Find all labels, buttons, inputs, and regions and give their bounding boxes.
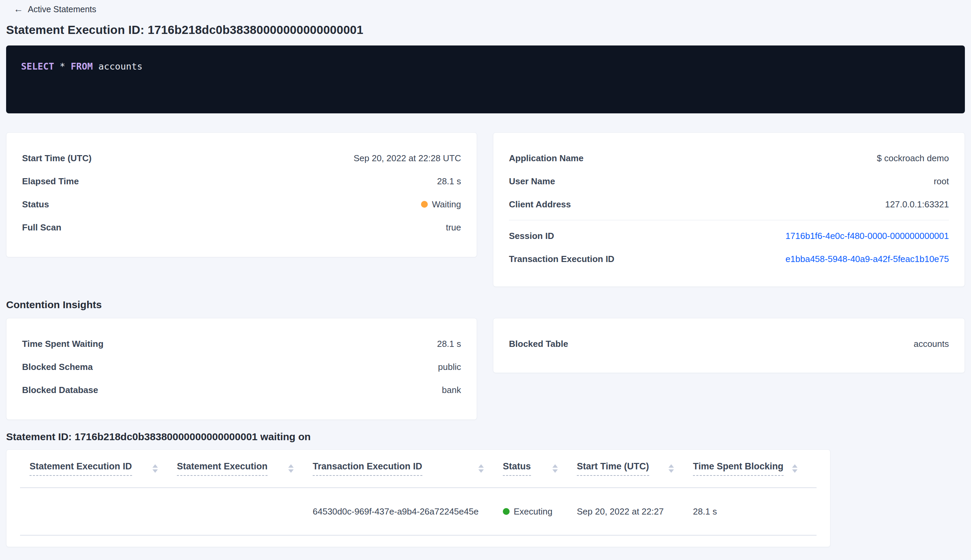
full-scan-label: Full Scan [22, 222, 62, 233]
page-title: Statement Execution ID: 1716b218dc0b3838… [6, 23, 965, 37]
session-id-label: Session ID [509, 231, 554, 241]
user-name-value: root [934, 176, 949, 187]
column-label: Statement Execution ID [30, 461, 132, 476]
column-header-statement-execution[interactable]: Statement Execution [177, 450, 313, 488]
back-link-label: Active Statements [28, 4, 96, 14]
contention-cards-row: Time Spent Waiting 28.1 s Blocked Schema… [6, 318, 965, 420]
table-header-row: Statement Execution ID Statement Executi… [20, 450, 816, 488]
sort-icon [669, 464, 674, 473]
session-info-card: Application Name $ cockroach demo User N… [493, 132, 965, 287]
sql-table-token: accounts [98, 61, 143, 72]
client-address-row: Client Address 127.0.0.1:63321 [509, 193, 949, 216]
session-id-link[interactable]: 1716b1f6-4e0c-f480-0000-000000000001 [786, 231, 949, 241]
status-label: Status [22, 199, 49, 210]
sort-icon [478, 464, 484, 473]
status-row: Status Waiting [22, 193, 461, 216]
full-scan-row: Full Scan true [22, 216, 461, 239]
table-row: 64530d0c-969f-437e-a9b4-26a72245e45e Exe… [20, 488, 816, 535]
blocked-database-row: Blocked Database bank [22, 378, 461, 402]
column-header-statement-execution-id[interactable]: Statement Execution ID [20, 450, 177, 488]
cell-statement-execution-id [20, 488, 177, 535]
column-label: Statement Execution [177, 461, 267, 476]
application-name-label: Application Name [509, 153, 584, 163]
time-spent-waiting-value: 28.1 s [437, 339, 461, 349]
blocked-database-label: Blocked Database [22, 385, 98, 395]
cell-statement-execution [177, 488, 313, 535]
column-header-status[interactable]: Status [503, 450, 577, 488]
blocked-table-value: accounts [914, 339, 949, 349]
waiting-on-table: Statement Execution ID Statement Executi… [20, 450, 816, 535]
application-name-value: $ cockroach demo [877, 153, 949, 163]
back-to-active-statements-link[interactable]: ← Active Statements [13, 3, 96, 16]
elapsed-time-value: 28.1 s [437, 176, 461, 187]
transaction-execution-id-row: Transaction Execution ID e1bba458-5948-4… [509, 247, 949, 270]
statement-details-page: ← Active Statements Statement Execution … [0, 0, 971, 560]
column-header-transaction-execution-id[interactable]: Transaction Execution ID [313, 450, 503, 488]
start-time-label: Start Time (UTC) [22, 153, 92, 163]
status-value: Waiting [421, 199, 461, 210]
column-label: Status [503, 461, 531, 476]
start-time-row: Start Time (UTC) Sep 20, 2022 at 22:28 U… [22, 147, 461, 170]
blocked-schema-value: public [438, 362, 461, 372]
sort-icon [552, 464, 558, 473]
waiting-status-dot-icon [421, 201, 428, 208]
elapsed-time-row: Elapsed Time 28.1 s [22, 170, 461, 193]
sort-icon [152, 464, 158, 473]
contention-left-card: Time Spent Waiting 28.1 s Blocked Schema… [6, 318, 477, 420]
client-address-label: Client Address [509, 199, 571, 210]
blocked-table-label: Blocked Table [509, 339, 568, 349]
card-divider [509, 220, 949, 220]
blocked-database-value: bank [442, 385, 461, 395]
contention-insights-heading: Contention Insights [6, 299, 965, 310]
column-label: Time Spent Blocking [693, 461, 784, 476]
waiting-on-table-card: Statement Execution ID Statement Executi… [6, 449, 831, 547]
start-time-value: Sep 20, 2022 at 22:28 UTC [354, 153, 461, 163]
time-spent-waiting-row: Time Spent Waiting 28.1 s [22, 332, 461, 355]
client-address-value: 127.0.0.1:63321 [885, 199, 949, 210]
status-value-text: Waiting [432, 199, 461, 210]
column-label: Start Time (UTC) [577, 461, 649, 476]
blocked-table-card: Blocked Table accounts [493, 318, 965, 373]
sql-star-token: * [60, 61, 65, 72]
statement-overview-card: Start Time (UTC) Sep 20, 2022 at 22:28 U… [6, 132, 477, 257]
session-id-row: Session ID 1716b1f6-4e0c-f480-0000-00000… [509, 224, 949, 247]
blocked-schema-label: Blocked Schema [22, 362, 93, 372]
sql-keyword-from: FROM [71, 61, 93, 72]
blocked-table-row: Blocked Table accounts [509, 332, 949, 355]
cell-time-spent-blocking: 28.1 s [693, 488, 816, 535]
elapsed-time-label: Elapsed Time [22, 176, 79, 187]
cell-start-time: Sep 20, 2022 at 22:27 [577, 488, 693, 535]
full-scan-value: true [446, 222, 461, 233]
user-name-label: User Name [509, 176, 555, 187]
cell-transaction-execution-id: 64530d0c-969f-437e-a9b4-26a72245e45e [313, 488, 503, 535]
overview-cards-row: Start Time (UTC) Sep 20, 2022 at 22:28 U… [6, 132, 965, 287]
sql-keyword-select: SELECT [21, 61, 54, 72]
cell-status: Executing [503, 488, 577, 535]
arrow-left-icon: ← [13, 4, 23, 14]
sort-icon [792, 464, 797, 473]
sort-icon [288, 464, 294, 473]
column-header-time-spent-blocking[interactable]: Time Spent Blocking [693, 450, 816, 488]
application-name-row: Application Name $ cockroach demo [509, 147, 949, 170]
executing-status-dot-icon [503, 508, 510, 515]
time-spent-waiting-label: Time Spent Waiting [22, 339, 103, 349]
user-name-row: User Name root [509, 170, 949, 193]
sql-statement-box: SELECT * FROM accounts [6, 45, 965, 113]
column-header-start-time[interactable]: Start Time (UTC) [577, 450, 693, 488]
transaction-execution-id-label: Transaction Execution ID [509, 254, 614, 264]
waiting-on-heading: Statement ID: 1716b218dc0b38380000000000… [6, 431, 965, 443]
transaction-execution-id-link[interactable]: e1bba458-5948-40a9-a42f-5feac1b10e75 [786, 254, 949, 264]
column-label: Transaction Execution ID [313, 461, 422, 476]
blocked-schema-row: Blocked Schema public [22, 355, 461, 378]
cell-status-text: Executing [514, 507, 552, 517]
